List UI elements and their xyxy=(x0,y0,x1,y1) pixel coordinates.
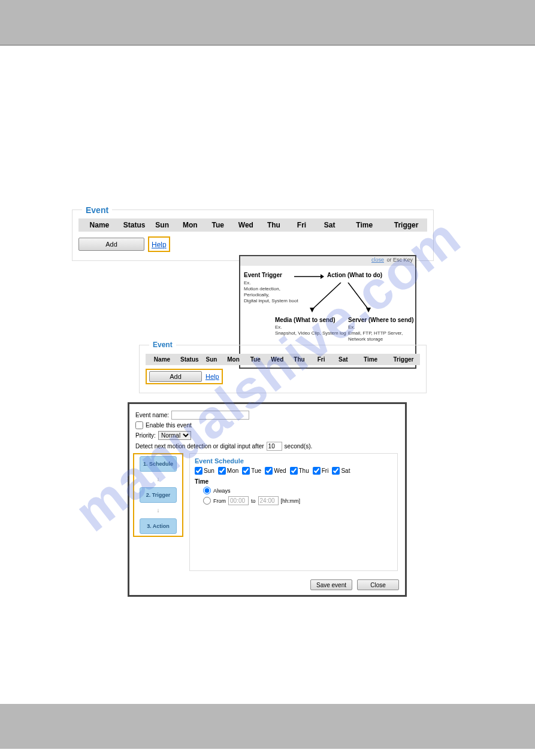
server-title: Server (Where to send) xyxy=(348,317,413,323)
col-fri: Fri xyxy=(288,221,316,229)
radio-from[interactable] xyxy=(203,497,211,505)
cb-tue[interactable] xyxy=(242,467,250,475)
event-legend: Event xyxy=(82,205,112,215)
weekday-row: Sun Mon Tue Wed Thu Fri Sat xyxy=(195,467,392,475)
arrows-down-icon xyxy=(305,283,377,315)
event-panel: Event Name Status Sun Mon Tue Wed Thu Fr… xyxy=(72,210,434,261)
col-status-s: Status xyxy=(179,356,201,363)
enable-label: Enable this event xyxy=(146,422,192,429)
cb-wed[interactable] xyxy=(265,467,273,475)
save-event-button[interactable]: Save event xyxy=(310,579,352,590)
dialog-buttons: Save event Close xyxy=(310,579,399,590)
col-wed-s: Wed xyxy=(267,356,289,363)
event-table-header-small: Name Status Sun Mon Tue Wed Thu Fri Sat … xyxy=(146,354,420,365)
lbl-wed: Wed xyxy=(274,467,286,474)
event-name-row: Event name: xyxy=(135,411,399,420)
col-mon-s: Mon xyxy=(222,356,244,363)
help-highlight: Help xyxy=(148,236,170,252)
priority-select[interactable]: Normal xyxy=(158,431,191,440)
step-trigger[interactable]: 2. Trigger xyxy=(140,487,177,503)
step-sidebar: 1. Schedule ↓ 2. Trigger ↓ 3. Action xyxy=(133,453,183,537)
priority-row: Priority: Normal xyxy=(135,431,399,440)
lbl-tue: Tue xyxy=(251,467,261,474)
trigger-title: Event Trigger xyxy=(244,272,282,278)
col-time-s: Time xyxy=(354,356,387,363)
step-schedule[interactable]: 1. Schedule xyxy=(140,456,177,472)
to-input[interactable] xyxy=(258,496,279,505)
add-button[interactable]: Add xyxy=(78,238,144,251)
always-row: Always xyxy=(203,487,392,494)
media-ex: Ex. xyxy=(275,324,282,330)
media-lines: Snapshot, Video Clip, System log xyxy=(275,330,347,336)
radio-always[interactable] xyxy=(203,487,211,494)
detect-input[interactable] xyxy=(267,442,282,451)
server-lines: Email, FTP, HTTP Server, Network storage xyxy=(348,330,408,342)
add-highlight: Add Help xyxy=(146,369,223,384)
cb-sun[interactable] xyxy=(195,467,202,475)
event-dialog: Event name: Enable this event Priority: … xyxy=(128,402,407,597)
trigger-lines: Motion detection, Periodically, Digital … xyxy=(244,286,304,304)
event-panel-small: Event Name Status Sun Mon Tue Wed Thu Fr… xyxy=(139,345,427,393)
detect-label-a: Detect next motion detection or digital … xyxy=(135,443,264,450)
help-link[interactable]: Help xyxy=(152,241,167,249)
add-row: Add Help xyxy=(78,236,427,252)
cb-fri[interactable] xyxy=(313,467,321,475)
arrow-down-icon: ↓ xyxy=(157,508,160,514)
svg-marker-5 xyxy=(366,308,371,312)
col-sun-s: Sun xyxy=(201,356,223,363)
event-name-input[interactable] xyxy=(171,411,249,420)
col-tue: Tue xyxy=(204,221,232,229)
col-thu-s: Thu xyxy=(288,356,310,363)
page-bottom-bar xyxy=(0,704,535,749)
step-action[interactable]: 3. Action xyxy=(140,518,177,534)
enable-row: Enable this event xyxy=(135,421,399,429)
col-status: Status xyxy=(120,221,149,229)
col-trigger-s: Trigger xyxy=(387,356,420,363)
svg-marker-3 xyxy=(310,308,315,312)
col-thu: Thu xyxy=(260,221,288,229)
add-button-small[interactable]: Add xyxy=(149,371,202,382)
col-sun: Sun xyxy=(148,221,176,229)
popup-title-bar: close or Esc Key xyxy=(240,256,415,266)
svg-line-4 xyxy=(348,283,368,309)
col-name-s: Name xyxy=(146,356,179,363)
to-label: to xyxy=(251,498,256,504)
col-fri-s: Fri xyxy=(310,356,333,363)
col-time: Time xyxy=(343,221,385,229)
schedule-panel: Event Schedule Sun Mon Tue Wed Thu Fri S… xyxy=(189,453,398,571)
from-row: From to [hh:mm] xyxy=(203,496,392,505)
col-mon: Mon xyxy=(176,221,204,229)
hhmm-label: [hh:mm] xyxy=(281,498,301,504)
popup-close-link[interactable]: close xyxy=(371,257,384,263)
enable-checkbox[interactable] xyxy=(135,421,143,429)
cb-mon[interactable] xyxy=(218,467,226,475)
svg-line-2 xyxy=(312,283,341,309)
close-button[interactable]: Close xyxy=(357,579,399,590)
col-trigger: Trigger xyxy=(385,221,427,229)
server-ex: Ex. xyxy=(348,324,355,330)
always-label: Always xyxy=(213,488,231,494)
cb-thu[interactable] xyxy=(290,467,298,475)
trigger-ex: Ex. xyxy=(244,280,251,286)
detect-label-b: second(s). xyxy=(285,443,313,450)
page-top-bar xyxy=(0,0,535,45)
col-tue-s: Tue xyxy=(244,356,267,363)
lbl-fri: Fri xyxy=(322,467,329,474)
schedule-legend: Event Schedule xyxy=(195,457,392,464)
col-name: Name xyxy=(78,221,120,229)
from-input[interactable] xyxy=(228,496,249,505)
media-title: Media (What to send) xyxy=(275,317,335,323)
lbl-mon: Mon xyxy=(227,467,238,474)
priority-label: Priority: xyxy=(135,432,156,439)
col-sat-s: Sat xyxy=(332,356,354,363)
esc-hint: or Esc Key xyxy=(386,257,413,263)
cb-sat[interactable] xyxy=(332,467,340,475)
arrow-down-icon: ↓ xyxy=(157,476,160,482)
svg-marker-1 xyxy=(321,274,324,279)
lbl-thu: Thu xyxy=(299,467,309,474)
page-content: manualshive.com Event Name Status Sun Mo… xyxy=(0,45,535,704)
event-name-label: Event name: xyxy=(135,412,169,418)
help-link-small[interactable]: Help xyxy=(205,373,219,380)
lbl-sat: Sat xyxy=(341,467,350,474)
detect-row: Detect next motion detection or digital … xyxy=(135,442,399,451)
